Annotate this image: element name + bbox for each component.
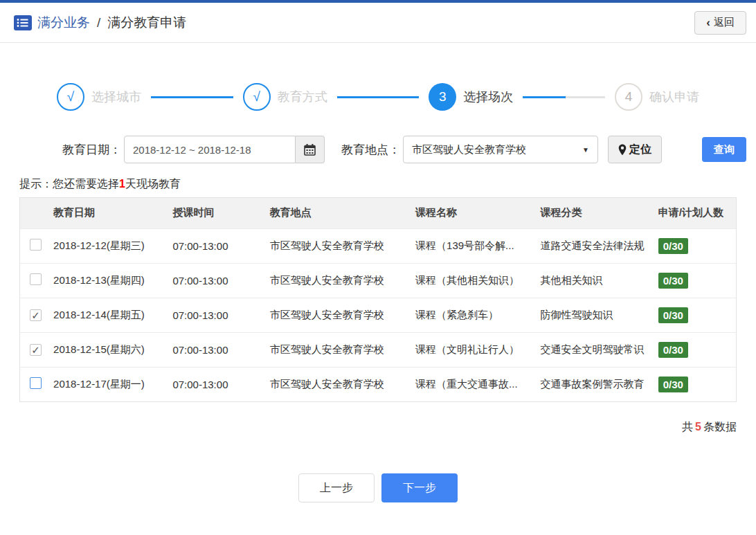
next-step-button[interactable]: 下一步	[381, 473, 458, 502]
quota-badge: 0/30	[658, 273, 688, 289]
table-row: 2018-12-13(星期四)07:00-13:00市区驾驶人安全教育学校课程（…	[20, 263, 736, 298]
cell-time: 07:00-13:00	[168, 263, 265, 298]
step-3-label: 选择场次	[463, 89, 513, 105]
quota-badge: 0/30	[658, 307, 688, 323]
page-header: 满分业务 / 满分教育申请 ‹ 返回	[0, 3, 756, 43]
hint-suffix: 天现场教育	[125, 178, 181, 190]
cell-date: 2018-12-14(星期五)	[49, 298, 168, 332]
breadcrumb: 满分业务 / 满分教育申请	[14, 14, 694, 32]
wizard-footer: 上一步 下一步	[0, 473, 756, 502]
row-checkbox[interactable]: ✓	[30, 309, 42, 321]
cell-time: 07:00-13:00	[168, 367, 265, 401]
cell-place: 市区驾驶人安全教育学校	[266, 298, 411, 332]
quota-badge: 0/30	[658, 342, 688, 358]
cell-time: 07:00-13:00	[168, 228, 265, 263]
header-course: 课程名称	[411, 198, 536, 228]
location-select[interactable]: 市区驾驶人安全教育学校 ▼	[403, 136, 598, 163]
session-table-container: 教育日期 授课时间 教育地点 课程名称 课程分类 申请/计划人数 2018-12…	[19, 197, 737, 402]
table-row: 2018-12-17(星期一)07:00-13:00市区驾驶人安全教育学校课程（…	[20, 367, 736, 401]
date-range-group	[124, 136, 325, 163]
header-time: 授课时间	[168, 198, 265, 228]
hint-text: 提示：您还需要选择1天现场教育	[19, 177, 756, 192]
row-checkbox[interactable]	[30, 239, 42, 251]
summary-suffix: 条数据	[703, 421, 737, 433]
table-header-row: 教育日期 授课时间 教育地点 课程名称 课程分类 申请/计划人数	[20, 198, 736, 228]
cell-date: 2018-12-15(星期六)	[49, 332, 168, 367]
location-filter-label: 教育地点：	[341, 142, 400, 158]
header-date: 教育日期	[49, 198, 168, 228]
row-checkbox[interactable]: ✓	[30, 344, 42, 356]
header-checkbox-col	[20, 198, 49, 228]
step-indicator: √选择城市√教育方式3选择场次4确认申请	[57, 83, 699, 111]
table-row: 2018-12-12(星期三)07:00-13:00市区驾驶人安全教育学校课程（…	[20, 228, 736, 263]
back-chevron-icon: ‹	[706, 17, 710, 28]
step-1-label: 选择城市	[91, 89, 141, 105]
cell-course: 课程（紧急刹车）	[411, 298, 536, 332]
date-filter-label: 教育日期：	[62, 142, 121, 158]
step-3: 3选择场次	[429, 83, 513, 111]
cell-date: 2018-12-12(星期三)	[49, 228, 168, 263]
session-table: 教育日期 授课时间 教育地点 课程名称 课程分类 申请/计划人数 2018-12…	[20, 198, 736, 401]
header-quota: 申请/计划人数	[654, 198, 736, 228]
cell-category: 交通安全文明驾驶常识	[536, 332, 654, 367]
locate-button-label: 定位	[629, 143, 651, 157]
cell-date: 2018-12-17(星期一)	[49, 367, 168, 401]
previous-step-button[interactable]: 上一步	[298, 473, 375, 502]
step-1: √选择城市	[57, 83, 141, 111]
row-checkbox[interactable]	[30, 377, 42, 389]
title-separator: /	[97, 15, 100, 30]
record-count-summary: 共5条数据	[0, 420, 737, 435]
step-connector	[337, 96, 420, 98]
cell-category: 道路交通安全法律法规	[536, 228, 654, 263]
cell-time: 07:00-13:00	[168, 332, 265, 367]
calendar-icon-button[interactable]	[296, 136, 325, 163]
cell-category: 其他相关知识	[536, 263, 654, 298]
back-button[interactable]: ‹ 返回	[694, 11, 746, 35]
cell-course: 课程（文明礼让行人）	[411, 332, 536, 367]
cell-category: 防御性驾驶知识	[536, 298, 654, 332]
cell-place: 市区驾驶人安全教育学校	[266, 228, 411, 263]
cell-course: 课程（139号部令解...	[411, 228, 536, 263]
table-row: ✓2018-12-15(星期六)07:00-13:00市区驾驶人安全教育学校课程…	[20, 332, 736, 367]
chevron-down-icon: ▼	[582, 146, 589, 154]
quota-badge: 0/30	[658, 238, 688, 254]
locate-button[interactable]: 定位	[608, 136, 662, 163]
cell-time: 07:00-13:00	[168, 298, 265, 332]
hint-remaining-days: 1	[119, 178, 125, 190]
filter-bar: 教育日期： 教育地点： 市区驾驶人安全教育学校 ▼ 定位 查	[62, 136, 756, 163]
date-range-input[interactable]	[124, 136, 296, 163]
header-category: 课程分类	[536, 198, 654, 228]
summary-prefix: 共	[682, 421, 693, 433]
step-2-label: 教育方式	[278, 89, 327, 105]
location-select-value: 市区驾驶人安全教育学校	[412, 143, 582, 156]
step-1-circle: √	[57, 83, 84, 111]
page-title-current: 满分教育申请	[107, 14, 186, 32]
cell-place: 市区驾驶人安全教育学校	[266, 367, 411, 401]
step-4-label: 确认申请	[649, 89, 699, 105]
search-button[interactable]: 查询	[702, 137, 746, 162]
menu-list-icon	[14, 15, 32, 30]
step-3-circle: 3	[429, 83, 456, 111]
cell-course: 课程（重大交通事故...	[411, 367, 536, 401]
cell-course: 课程（其他相关知识）	[411, 263, 536, 298]
calendar-icon	[304, 144, 316, 156]
page-title-module: 满分业务	[37, 14, 90, 32]
cell-place: 市区驾驶人安全教育学校	[266, 332, 411, 367]
cell-category: 交通事故案例警示教育	[536, 367, 654, 401]
row-checkbox[interactable]	[30, 273, 42, 285]
header-place: 教育地点	[266, 198, 411, 228]
map-pin-icon	[618, 144, 627, 156]
step-4: 4确认申请	[615, 83, 699, 111]
quota-badge: 0/30	[658, 377, 688, 392]
hint-prefix: 提示：您还需要选择	[19, 178, 119, 190]
schedule-table-body: 2018-12-12(星期三)07:00-13:00市区驾驶人安全教育学校课程（…	[20, 228, 736, 401]
cell-date: 2018-12-13(星期四)	[49, 263, 168, 298]
step-connector	[523, 96, 605, 98]
table-row: ✓2018-12-14(星期五)07:00-13:00市区驾驶人安全教育学校课程…	[20, 298, 736, 332]
step-2-circle: √	[243, 83, 271, 111]
step-4-circle: 4	[615, 83, 642, 111]
cell-place: 市区驾驶人安全教育学校	[266, 263, 411, 298]
step-2: √教育方式	[243, 83, 327, 111]
summary-count: 5	[695, 421, 701, 433]
back-button-label: 返回	[714, 16, 735, 29]
